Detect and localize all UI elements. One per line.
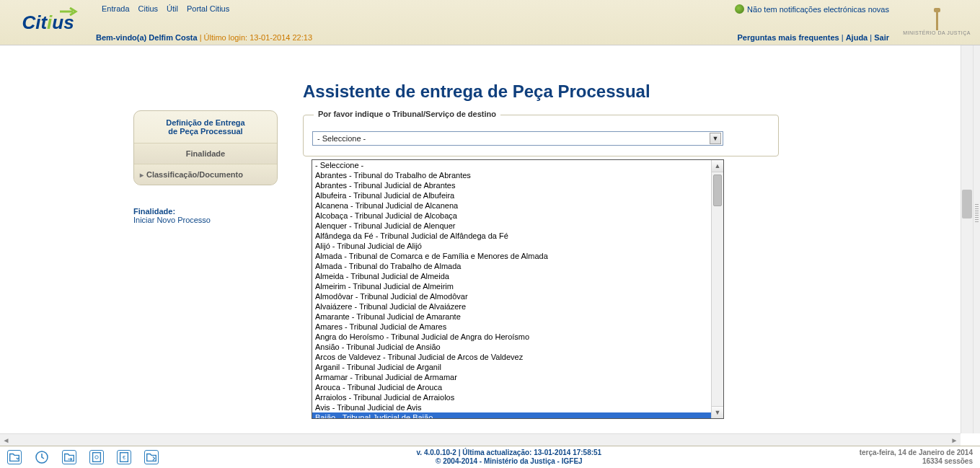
notification-text: Não tem notificações electrónicas novas <box>747 5 889 14</box>
folder-export-icon[interactable] <box>144 450 159 464</box>
step-finalidade[interactable]: Finalidade <box>134 144 277 164</box>
tribunal-select[interactable]: - Seleccione - ▼ <box>312 131 723 146</box>
scroll-up-icon[interactable]: ▲ <box>712 160 723 172</box>
clock-icon[interactable] <box>35 450 49 464</box>
dropdown-option[interactable]: Avis - Tribunal Judicial de Avis <box>312 402 711 412</box>
menu-entrada[interactable]: Entrada <box>102 4 130 13</box>
arrow-right-icon <box>60 7 79 16</box>
grip-icon <box>975 204 979 223</box>
finalidade-label: Finalidade: <box>133 207 278 216</box>
dropdown-option[interactable]: Almeirim - Tribunal Judicial de Almeirim <box>312 281 711 291</box>
last-login-label: Último login: <box>202 33 250 42</box>
step1-line2: de Peça Processual <box>168 127 242 136</box>
dropdown-option[interactable]: Amarante - Tribunal Judicial de Amarante <box>312 312 711 322</box>
step1-line1: Definição de Entrega <box>166 118 244 127</box>
top-menu: Entrada Citius Útil Portal Citius <box>96 4 648 13</box>
sidebar-info: Finalidade: Iniciar Novo Processo <box>133 207 278 224</box>
footer-bar: € v. 4.0.0.10-2 | Última actualização: 1… <box>0 446 980 468</box>
scroll-left-icon[interactable]: ◄ <box>0 434 12 446</box>
menu-portal-citius[interactable]: Portal Citius <box>187 4 229 13</box>
main-area: Assistente de entrega de Peça Processual… <box>303 81 779 165</box>
welcome-name: Delfim Costa <box>149 33 197 42</box>
dropdown-option[interactable]: Almada - Tribunal de Comarca e de Famíli… <box>312 251 711 261</box>
dropdown-options: - Seleccione -Abrantes - Tribunal do Tra… <box>312 160 711 418</box>
splitter-handle[interactable] <box>973 45 980 433</box>
page-horizontal-scrollbar[interactable]: ◄ ► <box>0 433 961 446</box>
scroll-down-icon[interactable]: ▼ <box>712 406 723 418</box>
tribunal-fieldset: Por favor indique o Tribunal/Serviço de … <box>303 115 779 156</box>
document-euro-icon[interactable]: € <box>117 450 131 464</box>
globe-notification-icon <box>735 4 744 14</box>
dropdown-scrollbar[interactable]: ▲ ▼ <box>711 160 723 418</box>
step-classificacao-documento[interactable]: ▸ Classificação/Documento <box>134 164 277 185</box>
dropdown-option[interactable]: Alvaiázere - Tribunal Judicial de Alvaiá… <box>312 301 711 312</box>
footer-sessions: 16334 sessões <box>860 457 973 466</box>
dropdown-option[interactable]: Abrantes - Tribunal Judicial de Abrantes <box>312 180 711 190</box>
dropdown-option[interactable]: Alijó - Tribunal Judicial de Alijó <box>312 241 711 251</box>
ministerio-label: MINISTÉRIO DA JUSTIÇA <box>903 30 971 35</box>
ministerio-logo: MINISTÉRIO DA JUSTIÇA <box>893 0 980 45</box>
dropdown-option[interactable]: Almodôvar - Tribunal Judicial de Almodôv… <box>312 291 711 301</box>
dropdown-option[interactable]: Alfândega da Fé - Tribunal Judicial de A… <box>312 231 711 241</box>
step3-label: Classificação/Documento <box>146 170 243 179</box>
content-viewport: Definição de Entrega de Peça Processual … <box>0 45 961 433</box>
help-links: Perguntas mais frequentes | Ajuda | Sair <box>737 33 889 42</box>
notifications-link[interactable]: Não tem notificações electrónicas novas <box>735 4 889 14</box>
dropdown-option[interactable]: Almeida - Tribunal Judicial de Almeida <box>312 271 711 281</box>
dropdown-option[interactable]: Amares - Tribunal Judicial de Amares <box>312 322 711 332</box>
copyright-line: © 2004-2014 - Ministério da Justiça - IG… <box>159 457 860 466</box>
chevron-down-icon: ▼ <box>710 133 721 144</box>
scroll-thumb[interactable] <box>962 190 972 218</box>
document-gear-icon[interactable] <box>89 450 104 464</box>
footer-icons: € <box>7 450 159 464</box>
dropdown-option[interactable]: Angra do Heroísmo - Tribunal Judicial de… <box>312 332 711 342</box>
wizard-steps: Definição de Entrega de Peça Processual … <box>133 110 278 185</box>
footer-right: terça-feira, 14 de Janeiro de 2014 16334… <box>860 449 973 466</box>
welcome-prefix: Bem-vindo(a) <box>96 33 149 42</box>
finalidade-value: Iniciar Novo Processo <box>133 216 278 224</box>
dropdown-option[interactable]: Ansião - Tribunal Judicial de Ansião <box>312 342 711 352</box>
svg-rect-1 <box>93 453 101 462</box>
folder-download-icon[interactable] <box>7 450 22 464</box>
dropdown-option[interactable]: Alenquer - Tribunal Judicial de Alenquer <box>312 221 711 231</box>
select-value: - Seleccione - <box>317 134 366 143</box>
dropdown-option[interactable]: - Seleccione - <box>312 160 711 170</box>
footer-center: v. 4.0.0.10-2 | Última actualização: 13-… <box>159 449 860 466</box>
folder-move-icon[interactable] <box>62 450 76 464</box>
wizard-sidebar: Definição de Entrega de Peça Processual … <box>133 110 278 224</box>
last-login-value: 13-01-2014 22:13 <box>250 33 312 42</box>
scroll-thumb[interactable] <box>713 175 722 206</box>
menu-citius[interactable]: Citius <box>138 4 159 13</box>
dropdown-option[interactable]: Abrantes - Tribunal do Trabalho de Abran… <box>312 170 711 180</box>
dropdown-option[interactable]: Baião - Tribunal Judicial de Baião <box>312 412 711 418</box>
logo[interactable]: Citius <box>0 0 96 45</box>
fieldset-legend: Por favor indique o Tribunal/Serviço de … <box>314 110 500 118</box>
dropdown-option[interactable]: Arraiolos - Tribunal Judicial de Arraiol… <box>312 392 711 402</box>
dropdown-option[interactable]: Almada - Tribunal do Trabalho de Almada <box>312 261 711 271</box>
chevron-right-icon: ▸ <box>140 171 144 179</box>
menu-util[interactable]: Útil <box>167 4 178 13</box>
footer-date: terça-feira, 14 de Janeiro de 2014 <box>860 449 973 457</box>
dropdown-option[interactable]: Alcanena - Tribunal Judicial de Alcanena <box>312 200 711 211</box>
svg-text:€: € <box>123 454 125 461</box>
logo-text: Cit <box>22 12 47 33</box>
dropdown-option[interactable]: Alcobaça - Tribunal Judicial de Alcobaça <box>312 211 711 221</box>
welcome-line: Bem-vindo(a) Delfim Costa | Último login… <box>96 33 648 42</box>
faq-link[interactable]: Perguntas mais frequentes <box>737 33 839 42</box>
dropdown-option[interactable]: Arganil - Tribunal Judicial de Arganil <box>312 362 711 372</box>
scroll-right-icon[interactable]: ► <box>948 434 961 446</box>
dropdown-option[interactable]: Albufeira - Tribunal Judicial de Albufei… <box>312 190 711 200</box>
logout-link[interactable]: Sair <box>874 33 889 42</box>
step-definicao-entrega[interactable]: Definição de Entrega de Peça Processual <box>134 111 277 144</box>
page-title: Assistente de entrega de Peça Processual <box>303 81 779 102</box>
tribunal-dropdown[interactable]: - Seleccione -Abrantes - Tribunal do Tra… <box>312 159 724 419</box>
help-link[interactable]: Ajuda <box>846 33 868 42</box>
page-vertical-scrollbar[interactable] <box>961 45 973 433</box>
dropdown-option[interactable]: Armamar - Tribunal Judicial de Armamar <box>312 372 711 382</box>
svg-point-2 <box>95 456 99 459</box>
header-bar: Citius Entrada Citius Útil Portal Citius… <box>0 0 980 45</box>
dropdown-option[interactable]: Arcos de Valdevez - Tribunal Judicial de… <box>312 352 711 362</box>
dropdown-option[interactable]: Arouca - Tribunal Judicial de Arouca <box>312 382 711 392</box>
version-line: v. 4.0.0.10-2 | Última actualização: 13-… <box>159 449 860 457</box>
step2-label: Finalidade <box>186 149 225 158</box>
